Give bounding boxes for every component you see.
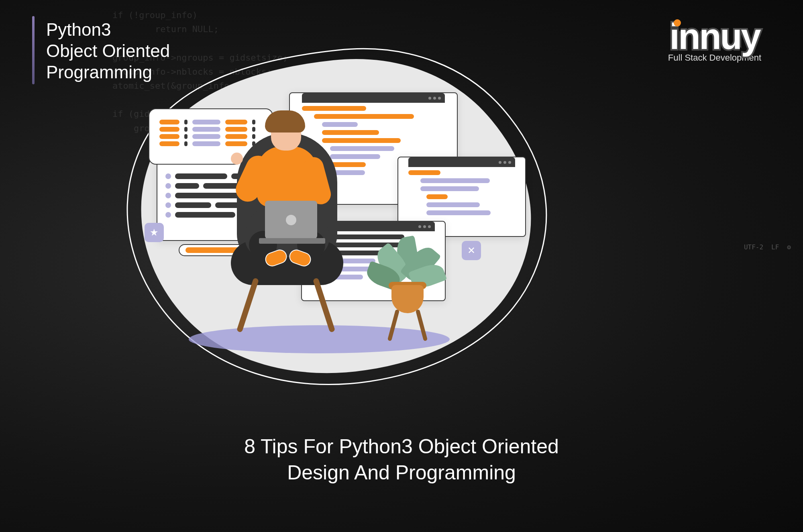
header-accent-bar — [32, 16, 35, 84]
title-line-1: 8 Tips For Python3 Object Oriented — [0, 434, 803, 460]
status-line-ending: LF — [771, 243, 779, 251]
title-line-2: Design And Programming — [0, 460, 803, 486]
brand-logo: innuy Full Stack Development — [646, 16, 783, 76]
logo-dot-icon — [674, 19, 681, 26]
developer-illustration — [229, 114, 345, 283]
window-controls — [302, 93, 445, 103]
status-encoding: UTF-2 — [744, 243, 763, 251]
hero-illustration: ★ ✕ — [149, 80, 490, 353]
header-line-1: Python3 — [46, 19, 170, 41]
plant-illustration — [373, 237, 438, 341]
window-controls — [408, 157, 515, 167]
star-icon: ★ — [145, 223, 164, 242]
logo-wordmark: innuy — [670, 16, 760, 57]
editor-status-text: UTF-2 LF ⚙ — [744, 243, 791, 251]
laptop-icon — [265, 201, 317, 239]
close-star-icon: ✕ — [462, 241, 481, 260]
main-title: 8 Tips For Python3 Object Oriented Desig… — [0, 434, 803, 486]
